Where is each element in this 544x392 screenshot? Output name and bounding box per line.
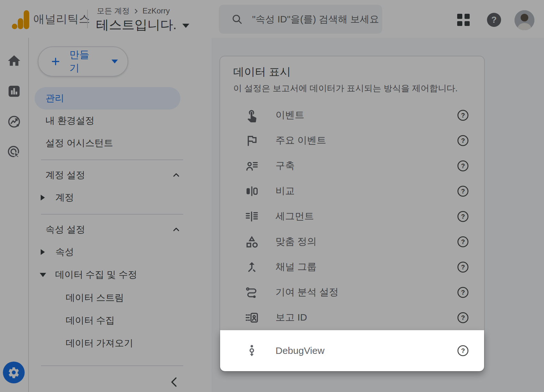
settings-row-audiences[interactable]: 구축 ? xyxy=(220,153,484,178)
flag-icon xyxy=(244,133,259,148)
help-icon[interactable]: ? xyxy=(457,344,469,357)
search-icon xyxy=(231,13,243,25)
help-circle-icon[interactable]: ? xyxy=(487,13,501,27)
custom-definitions-icon xyxy=(244,234,259,249)
nav-item-label: 설정 어시스턴트 xyxy=(45,137,113,150)
nav-item-label: 관리 xyxy=(45,92,64,105)
top-header: 애널리틱스 모든 계정 EzKorry 테스트입니다. ? xyxy=(0,0,544,38)
home-icon[interactable] xyxy=(7,53,21,68)
settings-list: 이벤트 ? 주요 이벤트 ? xyxy=(220,102,484,371)
chevron-up-icon[interactable] xyxy=(171,225,181,234)
collapse-nav-button[interactable] xyxy=(29,376,211,388)
breadcrumb-all-accounts[interactable]: 모든 계정 xyxy=(97,6,130,16)
main-content: 데이터 표시 이 설정은 보고서에 데이터가 표시되는 방식을 제어합니다. 이… xyxy=(211,38,544,392)
settings-row-label: 비교 xyxy=(276,184,295,198)
reports-icon[interactable] xyxy=(7,84,21,99)
nav-item-setup-assistant[interactable]: 설정 어시스턴트 xyxy=(29,132,211,154)
svg-text:?: ? xyxy=(461,188,465,195)
advertising-icon[interactable] xyxy=(7,145,21,159)
segments-icon xyxy=(244,209,259,224)
chevron-up-icon[interactable] xyxy=(171,170,181,180)
apps-grid-icon[interactable] xyxy=(457,14,470,26)
nav-item-admin[interactable]: 관리 xyxy=(35,87,180,110)
help-icon[interactable]: ? xyxy=(457,210,469,223)
nav-divider xyxy=(41,159,183,160)
settings-row-attribution[interactable]: 기여 분석 설정 ? xyxy=(220,280,484,305)
settings-row-label: 채널 그룹 xyxy=(276,260,317,274)
explore-icon[interactable] xyxy=(7,114,21,129)
audiences-icon xyxy=(244,159,259,173)
nav-section-property-settings[interactable]: 속성 설정 xyxy=(29,218,211,241)
settings-row-debugview[interactable]: DebugView ? xyxy=(220,330,484,371)
nav-item-label: 계정 xyxy=(55,191,74,204)
nav-item-label: 속성 xyxy=(55,246,74,258)
breadcrumb-account[interactable]: EzKorry xyxy=(143,6,170,15)
help-icon[interactable]: ? xyxy=(457,109,469,122)
settings-row-events[interactable]: 이벤트 ? xyxy=(220,102,484,128)
help-icon[interactable]: ? xyxy=(457,185,469,198)
nav-section-account-settings[interactable]: 계정 설정 xyxy=(29,164,211,186)
avatar-image xyxy=(515,10,534,30)
create-caret-icon[interactable] xyxy=(111,60,118,63)
svg-text:?: ? xyxy=(461,347,465,354)
settings-row-label: 세그먼트 xyxy=(276,210,314,223)
nav-item-account[interactable]: 계정 xyxy=(29,186,211,209)
breadcrumb[interactable]: 모든 계정 EzKorry xyxy=(97,6,170,16)
help-icon[interactable]: ? xyxy=(457,134,469,147)
expand-right-icon[interactable] xyxy=(41,195,45,200)
help-icon[interactable]: ? xyxy=(457,286,469,299)
help-icon[interactable]: ? xyxy=(457,311,469,324)
chevron-left-icon xyxy=(169,376,180,388)
help-icon[interactable]: ? xyxy=(457,159,469,172)
header-divider xyxy=(87,10,88,28)
nav-item-label: 내 환경설정 xyxy=(45,114,95,127)
nav-item-label: 데이터 스트림 xyxy=(66,291,124,304)
settings-row-reporting-identity[interactable]: 보고 ID ? xyxy=(220,305,484,330)
help-icon[interactable]: ? xyxy=(457,235,469,248)
settings-row-label: 보고 ID xyxy=(276,311,307,324)
property-name[interactable]: 테스트입니다. xyxy=(96,16,177,34)
settings-row-label: 기여 분석 설정 xyxy=(276,286,339,299)
settings-row-label: 이벤트 xyxy=(276,109,304,122)
nav-item-label: 데이터 수집 및 수정 xyxy=(55,268,137,281)
nav-item-data-streams[interactable]: 데이터 스트림 xyxy=(29,286,211,309)
avatar[interactable] xyxy=(515,10,534,30)
reporting-identity-icon xyxy=(244,310,259,325)
settings-row-custom-definitions[interactable]: 맞춤 정의 ? xyxy=(220,229,484,254)
help-icon[interactable]: ? xyxy=(457,261,469,274)
expand-right-icon[interactable] xyxy=(41,249,45,255)
search-input[interactable] xyxy=(251,13,381,25)
expand-down-icon[interactable] xyxy=(40,273,46,277)
touch-app-icon xyxy=(244,108,259,123)
admin-nav: 만들기 관리 내 환경설정 설정 어시스턴트 계정 설정 계정 속성 설정 속성… xyxy=(29,38,211,392)
admin-gear-icon[interactable] xyxy=(3,362,25,383)
nav-item-data-collection-group[interactable]: 데이터 수집 및 수정 xyxy=(29,263,211,286)
settings-row-label: 구축 xyxy=(276,159,295,172)
nav-section-label: 계정 설정 xyxy=(45,169,85,182)
settings-row-label: 주요 이벤트 xyxy=(276,134,326,147)
svg-text:?: ? xyxy=(461,238,465,245)
channel-groups-icon xyxy=(244,260,259,274)
nav-item-data-collection[interactable]: 데이터 수집 xyxy=(29,309,211,332)
svg-text:?: ? xyxy=(461,112,465,119)
left-rail xyxy=(0,38,29,392)
nav-item-property[interactable]: 속성 xyxy=(29,241,211,263)
settings-row-channel-groups[interactable]: 채널 그룹 ? xyxy=(220,254,484,280)
analytics-logo-icon[interactable] xyxy=(12,10,29,29)
property-selector[interactable]: 테스트입니다. xyxy=(96,16,189,33)
settings-row-segments[interactable]: 세그먼트 ? xyxy=(220,204,484,229)
nav-item-data-import[interactable]: 데이터 가져오기 xyxy=(29,332,211,355)
settings-row-comparisons[interactable]: 비교 ? xyxy=(220,178,484,204)
nav-item-my-preferences[interactable]: 내 환경설정 xyxy=(29,110,211,132)
settings-row-key-events[interactable]: 주요 이벤트 ? xyxy=(220,128,484,153)
property-caret-icon xyxy=(182,24,189,28)
svg-text:?: ? xyxy=(461,162,465,169)
card-title: 데이터 표시 xyxy=(220,56,484,79)
svg-text:?: ? xyxy=(461,314,465,321)
search-bar[interactable] xyxy=(219,5,382,34)
settings-row-label: DebugView xyxy=(276,345,325,356)
create-button-label: 만들기 xyxy=(70,48,97,75)
card-description: 이 설정은 보고서에 데이터가 표시되는 방식을 제어합니다. xyxy=(233,83,484,94)
create-button[interactable]: 만들기 xyxy=(38,46,128,77)
grid-square xyxy=(465,21,470,26)
